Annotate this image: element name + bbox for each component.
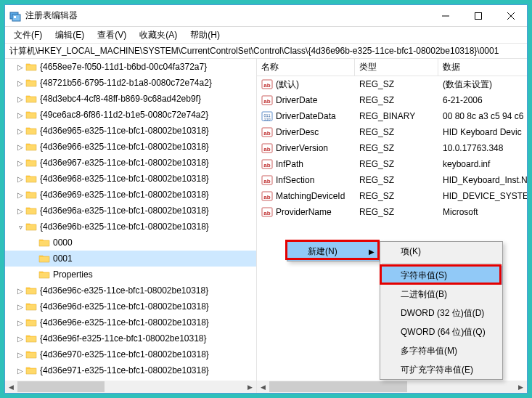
tree-expander-icon[interactable]: ▷ [15, 158, 25, 168]
tree-item-label: {48d3ebc4-4cf8-48ff-b869-9c68ad42eb9f} [40, 94, 201, 104]
value-name: ProviderName [276, 207, 332, 217]
tree-item-label: {4d36e96b-e325-11ce-bfc1-08002be10318} [40, 222, 209, 232]
tree-item[interactable]: Properties [5, 267, 256, 283]
tree-item[interactable]: ▷{4d36e969-e325-11ce-bfc1-08002be10318} [5, 187, 256, 203]
tree-expander-icon[interactable]: ▷ [15, 333, 25, 344]
folder-icon [25, 174, 37, 184]
tree-item[interactable]: ▷{4d36e96a-e325-11ce-bfc1-08002be10318} [5, 203, 256, 219]
tree-expander-icon[interactable]: ▷ [15, 94, 25, 104]
list-row[interactable]: abDriverDescREG_SZHID Keyboard Devic [257, 124, 527, 140]
list-row[interactable]: ab(默认)REG_SZ(数值未设置) [257, 76, 527, 92]
scroll-left-icon[interactable]: ◀ [5, 381, 17, 393]
list-row[interactable]: 011110DriverDateDataREG_BINARY00 80 8c a… [257, 108, 527, 124]
tree-expander-icon[interactable] [28, 269, 38, 280]
list-row[interactable]: abInfPathREG_SZkeyboard.inf [257, 156, 527, 172]
tree-item[interactable]: 0000 [5, 235, 256, 251]
minimize-button[interactable] [429, 5, 462, 26]
tree-item[interactable]: ▷{48d3ebc4-4cf8-48ff-b869-9c68ad42eb9f} [5, 91, 256, 107]
close-button[interactable] [494, 5, 527, 26]
context-item-new[interactable]: 新建(N) ▶ [287, 242, 379, 261]
col-data[interactable]: 数据 [438, 59, 527, 76]
value-type: REG_SZ [355, 127, 438, 137]
value-type: REG_BINARY [355, 111, 438, 121]
tree-expander-icon[interactable]: ▿ [15, 222, 25, 232]
tree-scrollbar-h[interactable]: ◀ ▶ [5, 381, 256, 393]
tree-item-label: {4d36e96e-e325-11ce-bfc1-08002be10318} [40, 317, 209, 328]
menu-favorites[interactable]: 收藏夹(A) [134, 28, 183, 43]
context-item-label: 字符串值(S) [401, 269, 447, 282]
scroll-right-icon[interactable]: ▶ [515, 381, 527, 393]
string-value-icon: ab [261, 126, 273, 138]
menu-file[interactable]: 文件(F) [8, 28, 48, 43]
menu-view[interactable]: 查看(V) [91, 28, 132, 43]
menu-help[interactable]: 帮助(H) [184, 28, 226, 43]
tree-item[interactable]: 0001 [5, 251, 256, 267]
context-item-expand[interactable]: 可扩充字符串值(E) [380, 360, 502, 379]
tree-expander-icon[interactable]: ▷ [15, 174, 25, 184]
tree-view[interactable]: ▷{4658ee7e-f050-11d1-b6bd-00c04fa372a7}▷… [5, 59, 256, 381]
tree-item-label: {4d36e970-e325-11ce-bfc1-08002be10318} [40, 349, 209, 360]
list-row[interactable]: abProviderNameREG_SZMicrosoft [257, 204, 527, 220]
context-item-binary[interactable]: 二进制值(B) [380, 285, 502, 304]
tree-expander-icon[interactable]: ▷ [15, 206, 25, 216]
tree-expander-icon[interactable]: ▷ [15, 317, 25, 328]
scroll-thumb[interactable] [17, 381, 105, 392]
tree-item-label: {4d36e966-e325-11ce-bfc1-08002be10318} [40, 142, 209, 152]
tree-item[interactable]: ▷{4d36e965-e325-11ce-bfc1-08002be10318} [5, 123, 256, 139]
menu-edit[interactable]: 编辑(E) [49, 28, 90, 43]
tree-expander-icon[interactable]: ▷ [15, 285, 25, 296]
tree-expander-icon[interactable]: ▷ [15, 301, 25, 312]
context-item-string[interactable]: 字符串值(S) [380, 266, 502, 285]
tree-item[interactable]: ▷{4d36e967-e325-11ce-bfc1-08002be10318} [5, 155, 256, 171]
tree-expander-icon[interactable]: ▷ [15, 110, 25, 120]
window-title: 注册表编辑器 [25, 9, 429, 22]
tree-item[interactable]: ▿{4d36e96b-e325-11ce-bfc1-08002be10318} [5, 219, 256, 235]
folder-icon [25, 333, 37, 344]
tree-expander-icon[interactable] [28, 253, 38, 264]
tree-item[interactable]: ▷{49ce6ac8-6f86-11d2-b1e5-0080c72e74a2} [5, 107, 256, 123]
tree-item[interactable]: ▷{4d36e970-e325-11ce-bfc1-08002be10318} [5, 346, 256, 362]
tree-item[interactable]: ▷{4d36e96f-e325-11ce-bfc1-08002be10318} [5, 330, 256, 346]
svg-text:ab: ab [263, 210, 270, 216]
tree-item[interactable]: ▷{48721b56-6795-11d2-b1a8-0080c72e74a2} [5, 75, 256, 91]
tree-item[interactable]: ▷{4d36e966-e325-11ce-bfc1-08002be10318} [5, 139, 256, 155]
maximize-button[interactable] [462, 5, 494, 26]
tree-item-label: Properties [53, 269, 93, 280]
scroll-left-icon[interactable]: ◀ [257, 381, 269, 393]
tree-item-label: {4d36e96c-e325-11ce-bfc1-08002be10318} [40, 285, 208, 296]
tree-item[interactable]: ▷{4d36e96c-e325-11ce-bfc1-08002be10318} [5, 283, 256, 298]
list-row[interactable]: abMatchingDeviceIdREG_SZHID_DEVICE_SYSTE… [257, 188, 527, 204]
tree-item[interactable]: ▷{4d36e96e-e325-11ce-bfc1-08002be10318} [5, 314, 256, 330]
svg-rect-1 [12, 15, 20, 21]
col-type[interactable]: 类型 [355, 59, 438, 76]
tree-expander-icon[interactable]: ▷ [15, 62, 25, 72]
list-row[interactable]: abDriverDateREG_SZ6-21-2006 [257, 92, 527, 108]
tree-expander-icon[interactable]: ▷ [15, 190, 25, 200]
context-item-key[interactable]: 项(K) [380, 242, 502, 261]
tree-expander-icon[interactable]: ▷ [15, 365, 25, 375]
context-item-dword[interactable]: DWORD (32 位)值(D) [380, 304, 502, 322]
context-item-multi[interactable]: 多字符串值(M) [380, 341, 502, 360]
tree-expander-icon[interactable]: ▷ [15, 349, 25, 360]
context-item-qword[interactable]: QWORD (64 位)值(Q) [380, 322, 502, 341]
tree-expander-icon[interactable]: ▷ [15, 126, 25, 136]
list-row[interactable]: abDriverVersionREG_SZ10.0.17763.348 [257, 140, 527, 156]
tree-item[interactable]: ▷{4d36e96d-e325-11ce-bfc1-08002be10318} [5, 298, 256, 314]
tree-item[interactable]: ▷{4d36e971-e325-11ce-bfc1-08002be10318} [5, 362, 256, 378]
list-scrollbar-h[interactable]: ◀ ▶ [257, 381, 527, 393]
tree-item-label: {48721b56-6795-11d2-b1a8-0080c72e74a2} [40, 78, 212, 88]
list-row[interactable]: abInfSectionREG_SZHID_Keyboard_Inst.N [257, 172, 527, 188]
col-name[interactable]: 名称 [257, 59, 355, 76]
tree-item[interactable]: ▷{4658ee7e-f050-11d1-b6bd-00c04fa372a7} [5, 59, 256, 75]
value-data: 6-21-2006 [438, 95, 527, 105]
context-item-label: 多字符串值(M) [401, 345, 457, 357]
address-bar[interactable]: 计算机\HKEY_LOCAL_MACHINE\SYSTEM\CurrentCon… [5, 43, 527, 59]
scroll-right-icon[interactable]: ▶ [244, 381, 256, 393]
tree-expander-icon[interactable]: ▷ [15, 142, 25, 152]
tree-expander-icon[interactable]: ▷ [15, 78, 25, 88]
tree-item-label: {4d36e967-e325-11ce-bfc1-08002be10318} [40, 158, 209, 168]
tree-expander-icon[interactable] [28, 237, 38, 248]
tree-item[interactable]: ▷{4d36e968-e325-11ce-bfc1-08002be10318} [5, 171, 256, 187]
value-type: REG_SZ [355, 95, 438, 105]
scroll-thumb[interactable] [269, 381, 407, 392]
